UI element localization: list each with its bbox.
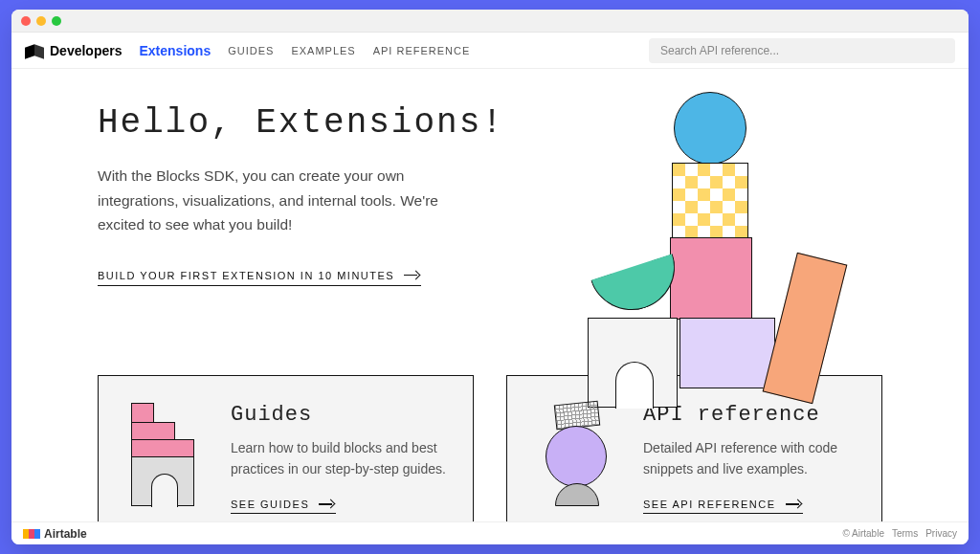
footer-brand-link[interactable]: Airtable (23, 527, 87, 541)
cta-label: SEE API REFERENCE (643, 499, 776, 510)
page-content: Hello, Extensions! With the Blocks SDK, … (11, 69, 969, 521)
maximize-window-button[interactable] (52, 16, 61, 26)
nav-api-reference[interactable]: API REFERENCE (373, 45, 471, 56)
card-description: Detailed API reference with code snippet… (643, 438, 855, 479)
cta-label: SEE GUIDES (231, 499, 309, 510)
see-guides-link[interactable]: SEE GUIDES (231, 499, 336, 514)
cards-section: Guides Learn how to build blocks and bes… (11, 362, 969, 521)
cta-label: BUILD YOUR FIRST EXTENSION IN 10 MINUTES (98, 270, 394, 281)
guides-illustration (125, 403, 208, 508)
cube-icon (25, 44, 44, 57)
window-titlebar (11, 10, 969, 33)
footer-brand-label: Airtable (44, 527, 87, 541)
arrow-right-icon (319, 500, 336, 508)
close-window-button[interactable] (21, 16, 31, 26)
see-api-reference-link[interactable]: SEE API REFERENCE (643, 499, 803, 514)
footer-privacy-link[interactable]: Privacy (925, 528, 957, 539)
api-illustration (534, 403, 620, 518)
card-description: Learn how to build blocks and best pract… (231, 438, 446, 479)
arrow-right-icon (404, 272, 421, 279)
brand-section-link[interactable]: Extensions (139, 43, 211, 58)
footer-copyright: © Airtable (842, 528, 884, 539)
nav-guides[interactable]: GUIDES (228, 45, 274, 56)
minimize-window-button[interactable] (36, 16, 46, 26)
page-description: With the Blocks SDK, you can create your… (98, 164, 442, 237)
brand-home-link[interactable]: Developers (25, 43, 122, 58)
page-title: Hello, Extensions! (98, 103, 519, 143)
shape-circle-icon (674, 92, 746, 165)
airtable-logo-icon (23, 529, 40, 539)
card-api-reference: API reference Detailed API reference wit… (506, 375, 882, 521)
top-nav: Developers Extensions GUIDES EXAMPLES AP… (11, 33, 969, 69)
shape-square-icon (670, 237, 752, 320)
brand-label: Developers (50, 43, 122, 58)
build-first-extension-link[interactable]: BUILD YOUR FIRST EXTENSION IN 10 MINUTES (98, 270, 421, 286)
hero-illustration (557, 103, 882, 352)
shape-rect-icon (679, 318, 775, 388)
shape-checker-icon (672, 163, 748, 239)
footer: Airtable © Airtable Terms Privacy (11, 521, 969, 544)
search-input[interactable] (649, 38, 955, 63)
footer-terms-link[interactable]: Terms (892, 528, 918, 539)
card-title: Guides (231, 403, 446, 427)
hero-section: Hello, Extensions! With the Blocks SDK, … (11, 69, 969, 362)
shape-arch-icon (588, 318, 678, 408)
arrow-right-icon (786, 500, 803, 508)
nav-examples[interactable]: EXAMPLES (291, 45, 355, 56)
card-guides: Guides Learn how to build blocks and bes… (98, 375, 474, 521)
browser-window: Developers Extensions GUIDES EXAMPLES AP… (11, 10, 969, 544)
